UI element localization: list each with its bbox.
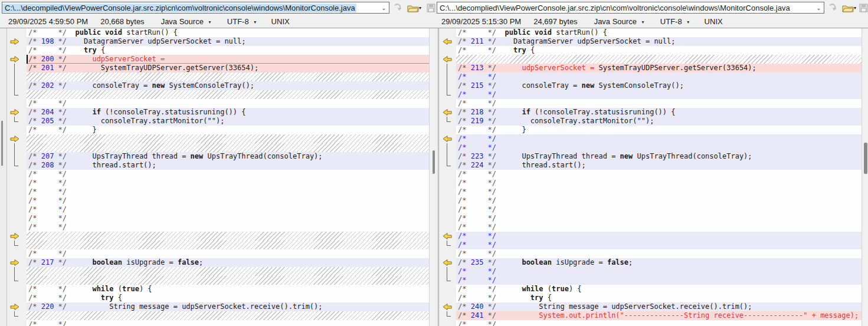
- code-line: /* */: [27, 249, 429, 258]
- diff-change-marker[interactable]: [7, 37, 26, 46]
- chevron-down-icon[interactable]: ⌄: [814, 2, 824, 13]
- code-line: /* 213 */ udpServerSocket = SystemTrayUD…: [456, 64, 862, 73]
- gutter-cell: [7, 241, 26, 249]
- code-line: /* */: [456, 320, 862, 326]
- gutter-cell: [7, 99, 26, 108]
- copy-left-arrow-icon[interactable]: [443, 55, 452, 63]
- right-modified-time: 29/09/2025 5:15:30 PM: [441, 17, 521, 26]
- copy-right-arrow-icon[interactable]: [10, 55, 19, 63]
- code-line: /* */: [456, 134, 862, 143]
- left-save-button[interactable]: [424, 2, 437, 14]
- chevron-down-icon[interactable]: ▾: [854, 5, 856, 11]
- missing-line-placeholder: [456, 55, 862, 64]
- right-file-info: 29/09/2025 5:15:30 PM 24,697 bytes Java …: [441, 16, 723, 27]
- gutter-cell: [7, 161, 26, 170]
- gutter-cell: [7, 276, 26, 285]
- gutter-cell: [7, 90, 26, 99]
- code-line: /* */ }: [27, 126, 429, 134]
- missing-line-placeholder: [27, 267, 429, 276]
- floppy-disk-icon: [427, 4, 435, 12]
- gutter-cell: [7, 81, 26, 90]
- copy-left-arrow-icon[interactable]: [443, 108, 452, 116]
- code-line: /* */ public void startRun() {: [27, 28, 429, 37]
- code-line: /* */: [456, 241, 862, 249]
- right-file-path: C:\...\decomplied\ViewPowerConsole.jar.s…: [437, 4, 791, 12]
- gutter-cell: [7, 64, 26, 73]
- right-reload-button[interactable]: [826, 2, 839, 14]
- left-file-path: C:\...\decompiled\ViewPowerConsole.jar.s…: [2, 4, 356, 12]
- reload-arrow-icon: [392, 3, 403, 12]
- floppy-disk-icon: [859, 4, 868, 12]
- right-open-file-button[interactable]: ▾: [840, 2, 858, 14]
- left-reload-button[interactable]: [391, 2, 404, 14]
- left-pane: /* */ public void startRun() {/* 198 */ …: [0, 28, 438, 326]
- right-file-path-combobox[interactable]: C:\...\decomplied\ViewPowerConsole.jar.s…: [437, 2, 824, 14]
- scrollbar-thumb[interactable]: [433, 150, 435, 174]
- gutter-cell: [7, 46, 26, 55]
- diff-change-marker[interactable]: [7, 232, 26, 241]
- copy-right-arrow-icon[interactable]: [10, 108, 19, 116]
- code-line: /* */ while (true) {: [27, 285, 429, 294]
- copy-right-arrow-icon[interactable]: [10, 259, 19, 266]
- position-indicator[interactable]: [1, 121, 3, 166]
- gutter-cell: [7, 126, 26, 134]
- scrollbar-thumb[interactable]: [864, 143, 867, 174]
- copy-left-arrow-icon[interactable]: [443, 135, 452, 143]
- code-line: /* 198 */ DatagramServer udpServerSocket…: [27, 37, 429, 46]
- right-code-editor[interactable]: /* */ public void startRun() {/* 211 */ …: [456, 28, 862, 326]
- right-eol-label: UNIX: [705, 17, 723, 26]
- gutter-cell: [7, 179, 26, 187]
- compare-window: { "colors":{"changed_bg":"#e9e9f8","inli…: [0, 0, 868, 326]
- code-line: /* */: [27, 170, 429, 179]
- diff-change-marker[interactable]: [7, 258, 26, 267]
- left-encoding-dropdown[interactable]: UTF-8▼: [227, 17, 257, 26]
- copy-right-arrow-icon[interactable]: [10, 232, 19, 240]
- copy-right-arrow-icon[interactable]: [10, 303, 19, 311]
- gutter-cell: [7, 249, 26, 258]
- left-eol-label: UNIX: [271, 17, 290, 26]
- left-file-info: 29/09/2025 4:59:50 PM 20,668 bytes Java …: [8, 16, 290, 27]
- missing-line-placeholder: [27, 90, 429, 99]
- gutter-cell: [7, 205, 26, 214]
- missing-line-placeholder: [27, 311, 429, 320]
- diff-change-marker[interactable]: [7, 55, 26, 64]
- right-scrollbar[interactable]: [862, 28, 868, 326]
- left-open-file-button[interactable]: ▾: [405, 2, 423, 14]
- code-line: /* 201 */ SystemTrayUDPServer.getServer(…: [27, 64, 429, 73]
- diff-change-marker[interactable]: [7, 134, 26, 143]
- chevron-down-icon[interactable]: ⌄: [379, 2, 389, 13]
- code-line: /* 224 */ thread.start();: [456, 161, 862, 170]
- left-file-path-combobox[interactable]: C:\...\decompiled\ViewPowerConsole.jar.s…: [2, 2, 389, 14]
- gutter-cell: [7, 267, 26, 276]
- code-line: /* */: [456, 249, 862, 258]
- code-line: /* */: [456, 170, 862, 179]
- copy-right-arrow-icon[interactable]: [10, 135, 19, 143]
- diff-change-marker[interactable]: [7, 108, 26, 117]
- copy-left-arrow-icon[interactable]: [443, 259, 452, 266]
- code-line: /* 223 */ UpsTrayThread thread = new Ups…: [456, 152, 862, 161]
- code-line: /* */ try {: [456, 294, 862, 302]
- code-line: /* */: [456, 143, 862, 152]
- code-line: /* */ try {: [27, 294, 429, 302]
- code-line: /* */: [27, 223, 429, 232]
- right-format-dropdown[interactable]: Java Source▼: [594, 17, 645, 26]
- right-encoding-dropdown[interactable]: UTF-8▼: [660, 17, 690, 26]
- copy-right-arrow-icon[interactable]: [10, 38, 19, 45]
- gutter-cell: [7, 73, 26, 81]
- left-position-strip[interactable]: [0, 28, 7, 326]
- chevron-down-icon[interactable]: ▾: [419, 5, 421, 11]
- missing-line-placeholder: [27, 134, 429, 143]
- diff-change-marker[interactable]: [7, 302, 26, 311]
- left-code-editor[interactable]: /* */ public void startRun() {/* 198 */ …: [27, 28, 429, 326]
- left-format-dropdown[interactable]: Java Source▼: [161, 17, 212, 26]
- copy-left-arrow-icon[interactable]: [443, 232, 452, 240]
- copy-left-arrow-icon[interactable]: [443, 38, 452, 45]
- code-line: /* */: [456, 223, 862, 232]
- gutter-cell: [7, 285, 26, 294]
- right-save-button[interactable]: [857, 2, 868, 14]
- code-line: /* 204 */ if (!consoleTray.statusisrunin…: [27, 108, 429, 117]
- copy-left-arrow-icon[interactable]: [443, 303, 452, 311]
- left-scrollbar[interactable]: [429, 28, 438, 326]
- code-line: /* */: [456, 187, 862, 196]
- missing-line-placeholder: [27, 73, 429, 81]
